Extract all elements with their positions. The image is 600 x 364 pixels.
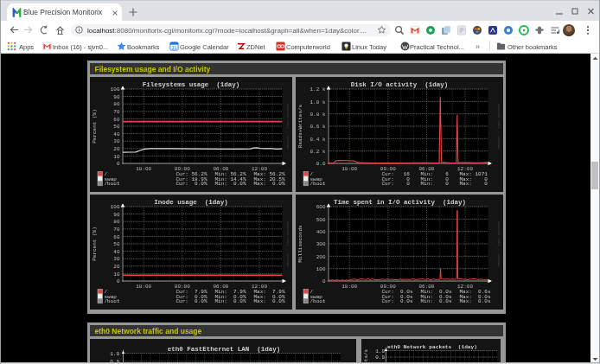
svg-text:Min: 0.0%: Min: 0.0%: [214, 181, 246, 187]
svg-text:RRDTOOL / TOBI OETIKER: RRDTOOL / TOBI OETIKER: [497, 220, 501, 266]
svg-text:/boot: /boot: [310, 181, 325, 187]
svg-text:Time spent in I/O activity (1: Time spent in I/O activity (1day): [333, 199, 465, 206]
svg-text:40: 40: [113, 249, 120, 255]
svg-text:0: 0: [322, 278, 325, 284]
svg-text:Milliseconds: Milliseconds: [297, 225, 303, 263]
svg-text:Max: 0.0%: Max: 0.0%: [253, 298, 284, 304]
svg-text:90: 90: [113, 93, 120, 99]
svg-text:40: 40: [113, 131, 120, 137]
svg-text:500: 500: [316, 217, 325, 223]
svg-text:30: 30: [113, 256, 120, 262]
svg-text:18:00: 18:00: [341, 284, 357, 290]
svg-text:18:00: 18:00: [136, 166, 151, 172]
svg-text:200: 200: [316, 254, 325, 260]
svg-text:/boot: /boot: [310, 298, 325, 304]
svg-text:0.6 k: 0.6 k: [310, 124, 325, 130]
svg-text:1.0 k: 1.0 k: [310, 99, 325, 105]
svg-text:Min: 0: Min: 0: [420, 181, 449, 187]
svg-text:1.0: 1.0: [110, 350, 119, 356]
svg-text:Inode usage (1day): Inode usage (1day): [154, 199, 228, 206]
svg-text:Cur: 0.0s: Cur: 0.0s: [381, 298, 412, 304]
svg-text:Cur: 0.0%: Cur: 0.0%: [176, 181, 207, 187]
svg-text:Min: 0.0%: Min: 0.0%: [214, 298, 246, 304]
svg-text:1.0: 1.0: [375, 348, 385, 354]
svg-text:20: 20: [113, 264, 120, 270]
svg-text:0.8 k: 0.8 k: [310, 111, 325, 117]
svg-text:Filesystems usage (1day): Filesystems usage (1day): [142, 80, 239, 87]
svg-text:Cur: 0.0%: Cur: 0.0%: [176, 298, 207, 304]
svg-text:50: 50: [113, 241, 120, 247]
svg-text:0.0: 0.0: [316, 161, 325, 167]
svg-text:Reads+Writes/s: Reads+Writes/s: [297, 104, 303, 148]
svg-text:0: 0: [116, 161, 119, 167]
svg-text:Percent (%): Percent (%): [92, 109, 98, 144]
svg-text:18:00: 18:00: [341, 166, 357, 172]
svg-text:RRDTOOL / TOBI OETIKER: RRDTOOL / TOBI OETIKER: [286, 220, 290, 266]
svg-text:10: 10: [113, 271, 120, 278]
svg-text:70: 70: [113, 109, 120, 115]
svg-text:60: 60: [113, 234, 120, 240]
svg-text:Max: 0.0s: Max: 0.0s: [459, 298, 490, 304]
svg-text:Percent (%): Percent (%): [92, 227, 98, 261]
svg-text:Min: 0.0s: Min: 0.0s: [420, 298, 451, 304]
svg-text:100: 100: [316, 266, 325, 272]
svg-text:50: 50: [113, 124, 120, 130]
svg-text:80: 80: [113, 101, 120, 107]
svg-text:0.4 k: 0.4 k: [310, 136, 325, 142]
svg-text:20: 20: [113, 146, 120, 152]
svg-text:600: 600: [316, 204, 325, 210]
svg-text:80: 80: [113, 219, 120, 225]
svg-text:18:00: 18:00: [136, 284, 151, 290]
svg-text:Cur: 0: Cur: 0: [381, 181, 410, 187]
svg-text:100: 100: [110, 86, 119, 93]
svg-text:100: 100: [110, 204, 119, 210]
svg-text:300: 300: [316, 241, 325, 247]
svg-text:10: 10: [113, 153, 120, 159]
svg-text:RRDTOOL / TOBI OETIKER: RRDTOOL / TOBI OETIKER: [497, 102, 501, 148]
svg-text:eth0 Network packets (1day): eth0 Network packets (1day): [387, 344, 477, 350]
svg-text:400: 400: [316, 229, 325, 235]
svg-text:1.2 k: 1.2 k: [310, 86, 325, 93]
svg-text:/boot: /boot: [104, 298, 119, 304]
svg-text:90: 90: [113, 212, 120, 218]
svg-text:0: 0: [116, 278, 119, 284]
svg-text:eth0 FastEthernet LAN (1day): eth0 FastEthernet LAN (1day): [167, 346, 280, 353]
svg-text:/boot: /boot: [104, 181, 119, 187]
svg-text:0.9: 0.9: [375, 354, 385, 361]
svg-text:Max: 0: Max: 0: [459, 181, 488, 187]
svg-text:70: 70: [113, 227, 120, 233]
svg-text:0.2 k: 0.2 k: [310, 148, 325, 154]
svg-text:60: 60: [113, 116, 120, 122]
svg-text:31: 31: [171, 44, 176, 49]
svg-text:30: 30: [113, 138, 120, 144]
svg-text:RRDTOOL / TOBI OETIKER: RRDTOOL / TOBI OETIKER: [286, 102, 290, 148]
svg-text:Disk I/O activity (1day): Disk I/O activity (1day): [350, 80, 448, 87]
svg-text:Max: 0.0%: Max: 0.0%: [253, 181, 284, 187]
